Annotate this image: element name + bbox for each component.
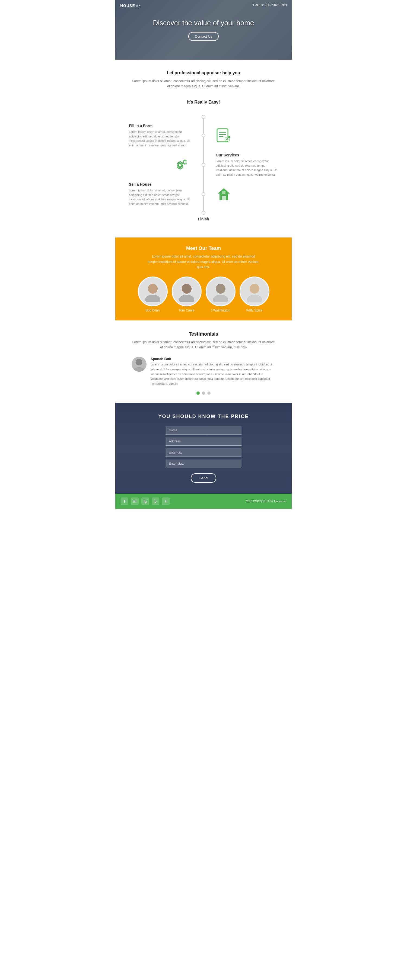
hero-nav: HOUSE inc Call us: 800-2345-6789 — [115, 3, 292, 8]
svg-point-13 — [145, 295, 160, 302]
timeline-node-2 — [200, 150, 207, 180]
testimonial-avatar-1 — [132, 357, 147, 372]
footer: f in ig p t 2015 COPYRIGHT BY House inc — [115, 494, 292, 509]
dot-3[interactable] — [207, 391, 211, 395]
social-icons: f in ig p t — [121, 498, 169, 505]
team-heading: Meet Our Team — [121, 246, 286, 251]
timeline-top-dot — [126, 113, 281, 121]
step-3-title: Sell a House — [129, 182, 191, 186]
address-input[interactable] — [166, 437, 241, 445]
hero-title: Discover the value of your home — [153, 19, 254, 27]
step-1-text: Lorem ipsum dolor sit amet, consectetur … — [129, 130, 191, 148]
step-1-title: Fill in a Form — [129, 124, 191, 128]
avatar-icon-kelly — [244, 281, 265, 302]
step-3-text: Lorem ipsum dolor sit amet, consectetur … — [129, 188, 191, 206]
pinterest-icon[interactable]: p — [152, 498, 159, 505]
easy-section: It's Really Easy! Fill in a Form Lorem i… — [115, 97, 292, 237]
timeline-node-top — [202, 115, 205, 119]
step-2-content: Our Services Lorem ipsum dolor sit amet,… — [207, 150, 281, 180]
avatar-icon-tom — [176, 281, 198, 302]
team-body: Lorem ipsum dolor sit amet, consectetur … — [147, 254, 260, 270]
testimonial-name-1: Spanch Bob — [151, 357, 275, 361]
member-4-name: Kelly Spice — [239, 309, 270, 312]
svg-point-15 — [179, 295, 194, 302]
team-member-3: J Washington — [206, 277, 236, 312]
svg-point-19 — [247, 295, 262, 302]
instagram-icon[interactable]: ig — [141, 498, 149, 505]
price-section: YOU SHOULD KNOW THE PRICE Send — [115, 403, 292, 494]
testimonials-body: Lorem ipsum dolor sit amet, consectetur … — [132, 340, 275, 350]
professional-heading: Let professional appraiser help you — [132, 70, 275, 75]
timeline-node-bottom — [202, 211, 205, 215]
member-3-name: J Washington — [206, 309, 236, 312]
step-2-text: Lorem ipsum dolor sit amet, consectetur … — [216, 159, 278, 177]
contact-us-button[interactable]: Contact Us — [188, 32, 219, 41]
svg-point-17 — [213, 295, 228, 302]
svg-point-12 — [148, 284, 158, 294]
step-1-content: Fill in a Form Lorem ipsum dolor sit ame… — [126, 121, 200, 150]
svg-point-18 — [250, 284, 259, 294]
svg-rect-11 — [222, 191, 225, 194]
professional-section: Let professional appraiser help you Lore… — [115, 60, 292, 97]
price-heading: YOU SHOULD KNOW THE PRICE — [121, 414, 286, 419]
testimonial-text-1: Lorem ipsum dolor sit amet, consectetur … — [151, 362, 275, 386]
member-2-name: Tom Cruse — [172, 309, 202, 312]
testimonial-card-1: Spanch Bob Lorem ipsum dolor sit amet, c… — [132, 357, 275, 386]
timeline-row-3: Sell a House Lorem ipsum dolor sit amet,… — [126, 180, 281, 209]
svg-point-20 — [136, 359, 142, 366]
professional-body: Lorem ipsum dolor sit amet, consectetur … — [132, 79, 275, 89]
form-icon — [216, 127, 232, 144]
avatar-tom — [172, 277, 202, 306]
svg-point-7 — [179, 164, 181, 167]
team-member-1: Bob Dilan — [138, 277, 168, 312]
dot-1[interactable] — [196, 391, 200, 395]
gear-icon — [172, 157, 191, 173]
team-members-list: Bob Dilan Tom Cruse J Washington — [121, 277, 286, 312]
phone: Call us: 800-2345-6789 — [253, 3, 287, 8]
state-input[interactable] — [166, 460, 241, 468]
svg-rect-10 — [222, 196, 226, 200]
avatar-icon-spanch — [132, 357, 147, 372]
timeline-node-3 — [200, 180, 207, 209]
svg-point-14 — [182, 284, 192, 294]
step-3-content: Sell a House Lorem ipsum dolor sit amet,… — [126, 180, 200, 209]
avatar-icon-bob — [142, 281, 164, 302]
member-1-name: Bob Dilan — [138, 309, 168, 312]
avatar-bob — [138, 277, 168, 306]
svg-point-5 — [228, 136, 230, 138]
twitter-icon[interactable]: t — [162, 498, 169, 505]
avatar-kelly — [239, 277, 270, 306]
finish-label: Finish — [126, 217, 281, 227]
team-section: Meet Our Team Lorem ipsum dolor sit amet… — [115, 237, 292, 320]
svg-point-16 — [216, 284, 225, 294]
send-button[interactable]: Send — [191, 473, 216, 483]
facebook-icon[interactable]: f — [121, 498, 128, 505]
dot-2[interactable] — [202, 391, 205, 395]
step-2-title: Our Services — [216, 153, 278, 157]
hero-section: HOUSE inc Call us: 800-2345-6789 Discove… — [115, 0, 292, 60]
avatar-icon-washington — [210, 281, 231, 302]
timeline-node-1 — [200, 121, 207, 150]
testimonial-dots — [132, 391, 275, 395]
testimonials-section: Testimonials Lorem ipsum dolor sit amet,… — [115, 320, 292, 403]
step-3-icon-area — [207, 180, 281, 209]
timeline-row-2: Our Services Lorem ipsum dolor sit amet,… — [126, 150, 281, 180]
house-icon — [216, 186, 232, 202]
timeline-bottom-dot — [126, 209, 281, 217]
city-input[interactable] — [166, 449, 241, 457]
timeline-row-1: Fill in a Form Lorem ipsum dolor sit ame… — [126, 121, 281, 150]
team-member-2: Tom Cruse — [172, 277, 202, 312]
svg-point-21 — [134, 367, 144, 372]
name-input[interactable] — [166, 426, 241, 434]
linkedin-icon[interactable]: in — [131, 498, 139, 505]
step-1-icon-area — [207, 121, 281, 150]
testimonials-heading: Testimonials — [132, 331, 275, 337]
price-form: Send — [166, 426, 241, 483]
logo: HOUSE inc — [120, 3, 140, 8]
timeline: Fill in a Form Lorem ipsum dolor sit ame… — [126, 113, 281, 217]
team-member-4: Kelly Spice — [239, 277, 270, 312]
copyright: 2015 COPYRIGHT BY House inc — [246, 500, 286, 503]
testimonial-content-1: Spanch Bob Lorem ipsum dolor sit amet, c… — [151, 357, 275, 386]
avatar-washington — [206, 277, 236, 306]
easy-heading: It's Really Easy! — [126, 100, 281, 105]
